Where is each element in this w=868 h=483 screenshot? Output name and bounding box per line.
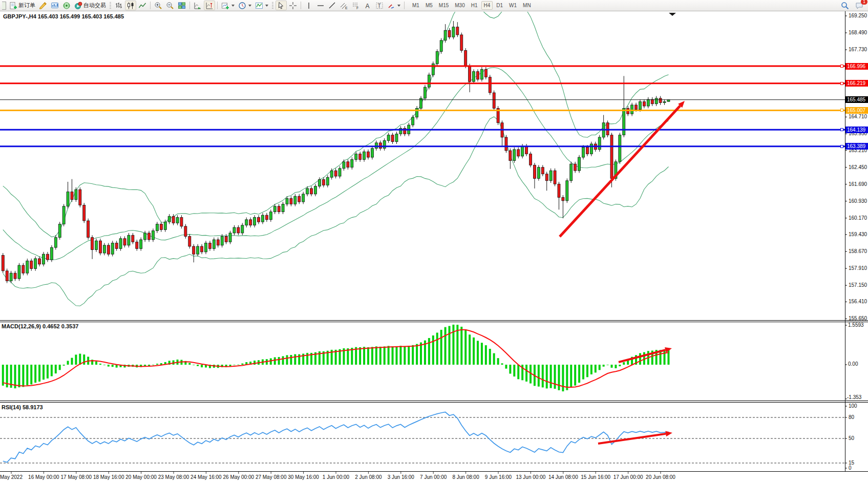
bear-candle[interactable]	[530, 154, 532, 165]
bear-candle[interactable]	[484, 69, 487, 77]
bull-candle[interactable]	[103, 245, 105, 253]
bull-candle[interactable]	[549, 171, 552, 181]
bull-candle[interactable]	[598, 137, 601, 150]
bull-candle[interactable]	[566, 181, 568, 201]
timeframe-button-m15[interactable]: M15	[436, 1, 451, 10]
bull-candle[interactable]	[197, 246, 199, 254]
bull-candle[interactable]	[168, 216, 171, 222]
channel-button[interactable]: E	[338, 1, 350, 10]
bear-candle[interactable]	[460, 35, 463, 50]
timeframe-button-h1[interactable]: H1	[469, 1, 480, 10]
rsi-line[interactable]	[3, 412, 669, 463]
line-chart-type-button[interactable]	[137, 1, 148, 10]
bull-candle[interactable]	[473, 72, 475, 82]
bull-candle[interactable]	[176, 217, 179, 223]
bull-candle[interactable]	[590, 144, 592, 154]
bull-candle[interactable]	[570, 164, 573, 181]
bear-candle[interactable]	[489, 77, 491, 93]
bear-candle[interactable]	[493, 93, 495, 108]
bull-candle[interactable]	[395, 134, 398, 141]
bear-candle[interactable]	[606, 123, 609, 135]
main-pane[interactable]	[0, 0, 845, 306]
macd-pane[interactable]	[2, 325, 672, 391]
bull-candle[interactable]	[140, 240, 142, 248]
bear-candle[interactable]	[310, 188, 313, 194]
bear-candle[interactable]	[38, 259, 41, 264]
bull-candle[interactable]	[95, 241, 98, 249]
bear-candle[interactable]	[132, 235, 134, 242]
bull-candle[interactable]	[338, 169, 341, 176]
bear-candle[interactable]	[322, 180, 325, 185]
bear-candle[interactable]	[14, 273, 16, 279]
bear-candle[interactable]	[659, 98, 662, 103]
bull-candle[interactable]	[43, 254, 45, 264]
bear-candle[interactable]	[476, 72, 479, 79]
bull-candle[interactable]	[10, 273, 12, 281]
bear-candle[interactable]	[651, 99, 653, 104]
bear-candle[interactable]	[505, 137, 507, 151]
bull-candle[interactable]	[383, 140, 386, 148]
bear-candle[interactable]	[298, 196, 301, 202]
bear-candle[interactable]	[136, 242, 138, 248]
bear-candle[interactable]	[517, 150, 520, 156]
text-button[interactable]: A	[362, 1, 373, 10]
bull-candle[interactable]	[213, 240, 215, 248]
bull-candle[interactable]	[245, 220, 248, 225]
bull-candle[interactable]	[440, 40, 442, 52]
bear-candle[interactable]	[148, 233, 151, 240]
text-label-button[interactable]: T	[374, 1, 385, 10]
crosshair-button[interactable]	[287, 1, 299, 10]
bull-candle[interactable]	[480, 69, 483, 79]
bull-candle[interactable]	[286, 199, 288, 204]
chart-window[interactable]: GBPJPY-,H4 165.403 165.499 165.403 165.4…	[0, 0, 868, 483]
bull-candle[interactable]	[343, 162, 345, 169]
bull-candle[interactable]	[655, 98, 658, 104]
bull-candle[interactable]	[578, 157, 581, 171]
bear-candle[interactable]	[558, 184, 560, 197]
bull-candle[interactable]	[436, 52, 438, 64]
bear-candle[interactable]	[46, 254, 49, 260]
bull-candle[interactable]	[253, 217, 256, 225]
bull-candle[interactable]	[221, 236, 223, 245]
auto-trading-button[interactable]: 自动交易	[73, 1, 108, 10]
bear-candle[interactable]	[237, 227, 240, 233]
bear-candle[interactable]	[83, 205, 86, 221]
bear-candle[interactable]	[379, 143, 382, 149]
bull-candle[interactable]	[233, 227, 236, 233]
bear-candle[interactable]	[554, 171, 556, 184]
bull-candle[interactable]	[75, 190, 77, 200]
bull-candle[interactable]	[67, 192, 69, 206]
bear-candle[interactable]	[180, 217, 183, 226]
bear-candle[interactable]	[610, 135, 613, 179]
bear-candle[interactable]	[172, 216, 175, 223]
new-order-button[interactable]: 新订单	[8, 1, 37, 10]
bear-candle[interactable]	[391, 135, 394, 142]
bull-candle[interactable]	[241, 225, 244, 233]
bollinger-band-middle[interactable]	[3, 68, 669, 260]
bear-candle[interactable]	[188, 236, 191, 246]
zoom-in-button[interactable]	[153, 1, 164, 10]
bull-candle[interactable]	[537, 167, 540, 179]
bear-candle[interactable]	[193, 246, 195, 254]
rsi-pane[interactable]	[0, 412, 845, 463]
bull-candle[interactable]	[667, 100, 670, 102]
bear-candle[interactable]	[225, 236, 227, 242]
bull-candle[interactable]	[306, 188, 309, 194]
bear-candle[interactable]	[290, 199, 292, 204]
candlestick-type-button[interactable]	[125, 1, 136, 10]
zoom-out-button[interactable]	[164, 1, 176, 10]
timeframe-button-m1[interactable]: M1	[410, 1, 422, 10]
bear-candle[interactable]	[184, 226, 187, 237]
timeframe-button-m30[interactable]: M30	[452, 1, 467, 10]
signals-button[interactable]	[61, 1, 72, 10]
bear-candle[interactable]	[541, 167, 544, 174]
chart-shift-button[interactable]	[204, 1, 215, 10]
bull-candle[interactable]	[111, 243, 114, 254]
bull-candle[interactable]	[205, 243, 207, 251]
bear-candle[interactable]	[359, 154, 362, 160]
bull-candle[interactable]	[412, 117, 414, 125]
bear-candle[interactable]	[22, 265, 25, 273]
bear-candle[interactable]	[278, 206, 280, 212]
bull-candle[interactable]	[663, 101, 666, 102]
bull-candle[interactable]	[623, 108, 625, 135]
